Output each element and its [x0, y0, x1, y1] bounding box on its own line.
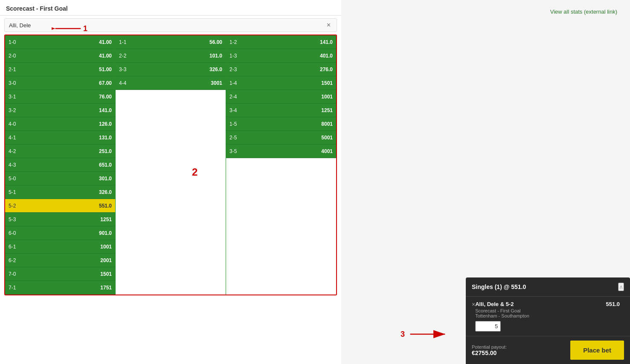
bet-slip-header: Singles (1) @ 551.0 ∧: [466, 277, 630, 297]
cell-odds: 101.0: [209, 53, 222, 59]
grid-cell[interactable]: 4-3651.0: [5, 158, 115, 172]
grid-cell[interactable]: 4-0126.0: [5, 117, 115, 131]
cell-odds: 1001: [100, 244, 112, 250]
cell-odds: 301.0: [99, 176, 112, 182]
bet-slip-footer: Potential payout: €2755.00 Place bet: [466, 336, 630, 364]
cell-score: 3-4: [229, 107, 237, 113]
grid-cell[interactable]: 7-01501: [5, 267, 115, 281]
cell-odds: 67.00: [99, 80, 112, 86]
player-selector: Alli, Dele 1 ×: [4, 18, 337, 32]
cell-score: 4-2: [9, 148, 16, 154]
grid-cell[interactable]: 2-041.00: [5, 49, 115, 63]
grid-cell: [116, 144, 226, 158]
grid-cell: [226, 240, 336, 254]
payout-info: Potential payout: €2755.00: [472, 344, 507, 356]
grid-cell[interactable]: 1-58001: [226, 117, 336, 131]
grid-cell: [226, 172, 336, 185]
bet-item-match: Tottenham - Southampton: [475, 313, 606, 318]
scorecast-grid: 1-041.002-041.002-151.003-067.003-176.00…: [4, 35, 337, 295]
payout-label: Potential payout:: [472, 344, 507, 350]
cell-odds: 131.0: [99, 135, 112, 141]
grid-cell: [226, 226, 336, 240]
grid-cell[interactable]: 5-31251: [5, 213, 115, 226]
close-player-button[interactable]: ×: [325, 21, 332, 29]
grid-cell[interactable]: 3-2141.0: [5, 104, 115, 117]
grid-cell: [116, 213, 226, 226]
cell-score: 1-5: [229, 121, 237, 127]
grid-cell: [116, 172, 226, 185]
bet-slip-collapse-button[interactable]: ∧: [618, 283, 624, 291]
grid-cell: [226, 185, 336, 199]
grid-cell[interactable]: 2-2101.0: [116, 49, 226, 63]
bet-item-odds: 551.0: [606, 301, 620, 307]
cell-odds: 1501: [321, 80, 333, 86]
cell-odds: 326.0: [99, 189, 112, 195]
grid-cell[interactable]: 1-41501: [226, 76, 336, 90]
cell-odds: 2001: [100, 257, 112, 263]
grid-cell: [116, 254, 226, 267]
cell-odds: 56.00: [209, 39, 222, 45]
cell-odds: 76.00: [99, 94, 112, 100]
grid-cell[interactable]: 5-2551.0: [5, 199, 115, 213]
cell-odds: 401.0: [320, 53, 333, 59]
cell-score: 5-0: [9, 176, 16, 182]
grid-cell[interactable]: 5-0301.0: [5, 172, 115, 185]
cell-score: 1-4: [229, 80, 237, 86]
grid-cell: [116, 185, 226, 199]
grid-cell[interactable]: 4-2251.0: [5, 144, 115, 158]
grid-cell[interactable]: 6-22001: [5, 254, 115, 267]
grid-cell[interactable]: 1-3401.0: [226, 49, 336, 63]
cell-odds: 141.0: [320, 39, 333, 45]
cell-score: 3-2: [9, 107, 16, 113]
grid-cell[interactable]: 5-1326.0: [5, 185, 115, 199]
cell-score: 1-2: [229, 39, 237, 45]
cell-score: 3-3: [119, 66, 126, 72]
cell-score: 5-2: [9, 203, 16, 209]
grid-cell[interactable]: 4-43001: [116, 76, 226, 90]
grid-cell: [116, 281, 226, 295]
grid-cell[interactable]: 4-1131.0: [5, 131, 115, 144]
grid-cell[interactable]: 2-55001: [226, 131, 336, 144]
cell-score: 5-3: [9, 217, 16, 222]
place-bet-button[interactable]: Place bet: [570, 341, 624, 360]
grid-cell[interactable]: 6-0901.0: [5, 226, 115, 240]
cell-odds: 41.00: [99, 39, 112, 45]
grid-cell[interactable]: 2-3276.0: [226, 63, 336, 76]
cell-odds: 141.0: [99, 107, 112, 113]
grid-cell[interactable]: 1-2141.0: [226, 35, 336, 49]
cell-odds: 1251: [100, 217, 112, 222]
grid-cell[interactable]: 3-41251: [226, 104, 336, 117]
grid-cell: [116, 131, 226, 144]
stake-input[interactable]: [475, 321, 501, 332]
grid-cell: [226, 199, 336, 213]
view-all-stats-link[interactable]: View all stats (external link): [550, 9, 617, 15]
grid-cell: [226, 158, 336, 172]
bet-slip-title: Singles (1) @ 551.0: [472, 283, 526, 290]
grid-cell[interactable]: 3-54001: [226, 144, 336, 158]
cell-odds: 651.0: [99, 162, 112, 168]
cell-score: 4-3: [9, 162, 16, 168]
grid-cell[interactable]: 1-156.00: [116, 35, 226, 49]
bet-item-market: Scorecast - First Goal: [475, 308, 606, 313]
cell-odds: 4001: [321, 148, 333, 154]
grid-cell: [116, 104, 226, 117]
grid-cell: [226, 281, 336, 295]
grid-cell[interactable]: 3-067.00: [5, 76, 115, 90]
grid-cell[interactable]: 6-11001: [5, 240, 115, 254]
cell-score: 3-0: [9, 80, 16, 86]
remove-bet-button[interactable]: ×: [472, 301, 475, 308]
grid-cell[interactable]: 3-3326.0: [116, 63, 226, 76]
cell-score: 1-3: [229, 53, 237, 59]
grid-cell[interactable]: 2-41001: [226, 90, 336, 104]
grid-cell[interactable]: 2-151.00: [5, 63, 115, 76]
grid-cell[interactable]: 1-041.00: [5, 35, 115, 49]
grid-cell: [116, 267, 226, 281]
grid-cell[interactable]: 7-11751: [5, 281, 115, 295]
grid-cell[interactable]: 3-176.00: [5, 90, 115, 104]
bet-item-stake: [475, 321, 606, 332]
cell-score: 4-0: [9, 121, 16, 127]
cell-odds: 126.0: [99, 121, 112, 127]
cell-odds: 1251: [321, 107, 333, 113]
cell-score: 1-0: [9, 39, 16, 45]
cell-score: 3-5: [229, 148, 237, 154]
